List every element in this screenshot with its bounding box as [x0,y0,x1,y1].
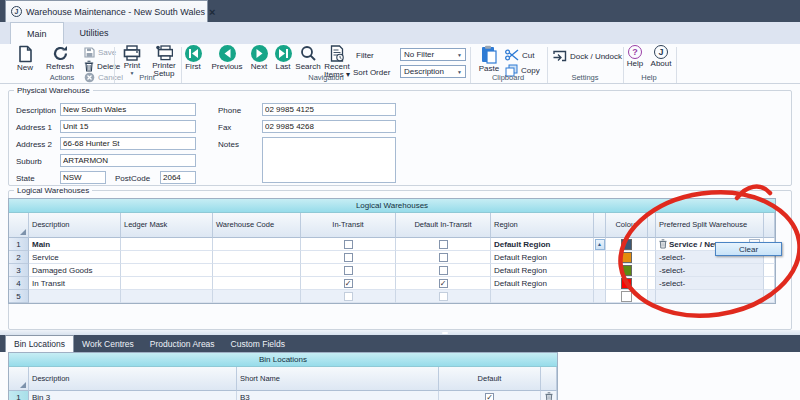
cell-warehouse-code[interactable] [213,264,301,277]
refresh-button[interactable]: Refresh [42,45,78,71]
cell-description[interactable]: Main [29,238,121,251]
cell-description[interactable]: Bin 3 [29,391,237,400]
checkbox-checked[interactable]: ✓ [485,393,494,400]
col-default[interactable]: Default [439,367,541,391]
grid-corner-cell[interactable] [9,367,29,391]
cell-default-in-transit[interactable] [396,238,491,251]
delete-row-icon[interactable] [545,392,553,400]
cell-ledger-mask[interactable] [121,251,213,264]
tab-main[interactable]: Main [10,22,64,44]
save-button[interactable]: Save [84,47,116,58]
fax-field[interactable] [262,120,396,133]
cell-description[interactable]: Service [29,251,121,264]
tab-custom-fields[interactable]: Custom Fields [223,335,293,352]
row-number[interactable]: 5 [9,290,29,303]
postcode-field[interactable] [160,171,196,184]
description-field[interactable] [60,103,196,116]
cell-region[interactable]: Default Region [491,238,594,251]
search-button[interactable]: Search [295,45,321,71]
cell-colour[interactable] [606,290,648,303]
col-colour[interactable]: Colour [606,213,648,238]
col-short-name[interactable]: Short Name [237,367,439,391]
cell-default-in-transit[interactable] [396,290,491,303]
previous-button[interactable]: Previous [208,45,246,71]
row-number[interactable]: 1 [9,391,29,400]
cell-warehouse-code[interactable] [213,277,301,290]
cell-preferred-split[interactable]: -select- [656,264,764,277]
col-default-in-transit[interactable]: Default In-Transit [396,213,491,238]
cell-warehouse-code[interactable] [213,238,301,251]
row-number[interactable]: 2 [9,251,29,264]
sort-order-select[interactable]: Description ▼ [400,65,466,78]
col-description[interactable]: Description [29,367,237,391]
cell-in-transit[interactable]: ✓ [301,277,396,290]
cell-colour[interactable] [606,238,648,251]
print-button[interactable]: Print ▼ [118,45,146,75]
address1-field[interactable] [60,120,196,133]
cell-region[interactable]: Default Region [491,264,594,277]
checkbox[interactable] [439,253,448,262]
cell-warehouse-code[interactable] [213,290,301,303]
row-number[interactable]: 3 [9,264,29,277]
document-tab[interactable]: J Warehouse Maintenance - New South Wale… [5,0,208,22]
checkbox[interactable] [344,292,353,301]
cell-ledger-mask[interactable] [121,290,213,303]
colour-swatch[interactable] [621,278,632,289]
cell-default-in-transit[interactable] [396,264,491,277]
paste-button[interactable]: Paste [475,45,503,73]
row-number[interactable]: 4 [9,277,29,290]
filter-select[interactable]: No Filter ▼ [400,48,466,61]
checkbox[interactable] [344,253,353,262]
cell-ledger-mask[interactable] [121,264,213,277]
cell-colour[interactable] [606,264,648,277]
cell-description[interactable] [29,290,121,303]
row-number[interactable]: 1 [9,238,29,251]
cell-warehouse-code[interactable] [213,251,301,264]
cell-in-transit[interactable] [301,251,396,264]
grid-corner-cell[interactable] [9,213,29,238]
checkbox-checked[interactable]: ✓ [439,279,448,288]
delete-row-icon[interactable] [659,239,667,249]
notes-field[interactable] [262,137,396,183]
cell-in-transit[interactable] [301,238,396,251]
phone-field[interactable] [262,103,396,116]
cell-short-name[interactable]: B3 [237,391,439,400]
col-region[interactable]: Region [491,213,594,238]
cell-default-in-transit[interactable]: ✓ [396,277,491,290]
cut-button[interactable]: Cut [505,49,534,61]
col-preferred-split-warehouse[interactable]: Preferred Split Warehouse [656,213,764,238]
last-button[interactable]: Last [272,45,294,71]
cell-delete[interactable] [541,391,557,400]
tab-utilities[interactable]: Utilities [64,22,125,44]
cell-description[interactable]: In Transit [29,277,121,290]
cell-in-transit[interactable] [301,264,396,277]
checkbox[interactable] [439,292,448,301]
cell-ledger-mask[interactable] [121,277,213,290]
cell-default-in-transit[interactable] [396,251,491,264]
cell-ledger-mask[interactable] [121,238,213,251]
cell-colour[interactable] [606,251,648,264]
col-description[interactable]: Description [29,213,121,238]
state-field[interactable] [60,171,106,184]
cell-default[interactable]: ✓ [439,391,541,400]
col-ledger-mask[interactable]: Ledger Mask [121,213,213,238]
checkbox[interactable] [344,266,353,275]
colour-swatch[interactable] [621,239,632,250]
next-button[interactable]: Next [247,45,271,71]
checkbox[interactable] [439,266,448,275]
tab-bin-locations[interactable]: Bin Locations [5,335,74,352]
cell-description[interactable]: Damaged Goods [29,264,121,277]
cell-region[interactable] [491,290,594,303]
checkbox[interactable] [344,240,353,249]
col-warehouse-code[interactable]: Warehouse Code [213,213,301,238]
tab-work-centres[interactable]: Work Centres [74,335,142,352]
dock-undock-button[interactable]: Dock / Undock [553,50,622,62]
scroll-up-button[interactable]: ▲ [595,239,605,250]
checkbox[interactable] [439,240,448,249]
close-icon[interactable]: × [209,7,215,17]
cell-in-transit[interactable] [301,290,396,303]
cell-colour[interactable] [606,277,648,290]
cell-region[interactable]: Default Region [491,251,594,264]
cell-preferred-split[interactable] [656,290,764,303]
checkbox-checked[interactable]: ✓ [344,279,353,288]
